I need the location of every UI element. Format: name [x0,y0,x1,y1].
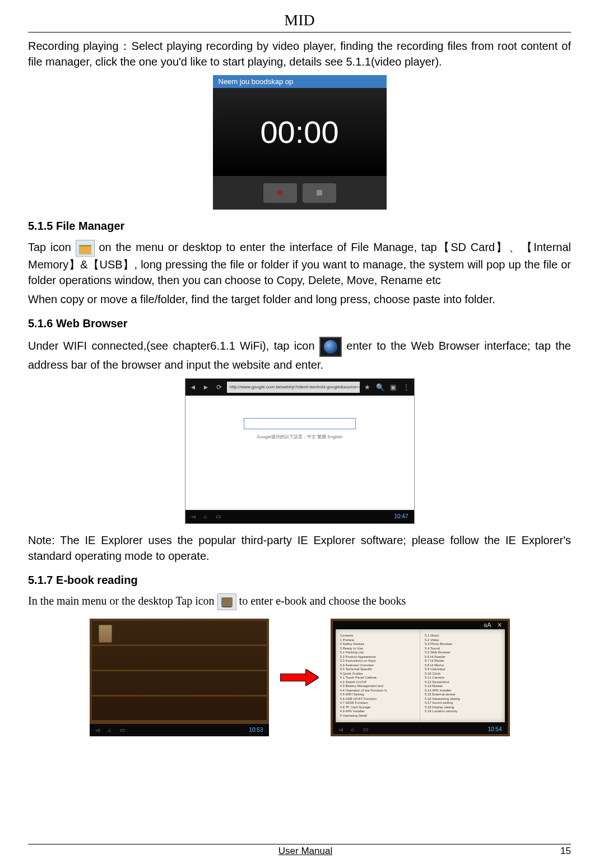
arrow-icon [280,670,319,685]
record-button[interactable] [263,183,297,203]
ebook-pages[interactable]: Contents1 Preface2 Safety Notices3 Ready… [336,629,505,722]
book-icon [217,593,236,610]
menu-icon[interactable]: ⋮ [401,383,411,391]
section-517-body: In the main menu or the desktop Tap icon… [28,593,571,610]
toc-line: 4.3 Battery Management and [340,684,416,688]
text-post-folder-icon: on the menu or desktop to enter the inte… [28,241,571,286]
toc-line: 4.6 USB HOST Function [340,697,416,700]
shelf-row [92,671,267,697]
browser-toolbar: ◄ ► ⟳ http://www.google.com.tw/webhp?cli… [185,379,414,396]
toc-line: 5.15 External device [425,693,500,696]
toc-line: 5.14 APK Installer [425,689,500,692]
toc-line: 5.2 Video [425,638,500,642]
section-516-note: Note: The IE Explorer uses the popular t… [28,532,571,564]
recording-screenshot: Neem jou boodskap op 00:00 [213,75,387,210]
nav-home-icon[interactable]: ⌂ [351,726,355,732]
status-time: 10:47 [394,513,408,519]
page-footer: User Manual 15 [28,844,571,857]
page-header-title: MID [28,11,571,29]
google-search-box[interactable] [244,418,356,429]
toc-line: 5 Operating Detail [340,714,416,717]
section-515-body: Tap icon on the menu or desktop to enter… [28,239,571,288]
status-time: 10:54 [487,726,502,732]
header-rule [28,32,571,33]
stop-button[interactable] [303,183,336,203]
toc-line: 4.8 TF Card Storage [340,705,416,709]
toc-line: 5.6 Hi Reader [425,655,500,658]
toc-line: 4.7 HDMI Function [340,701,416,704]
reload-icon[interactable]: ⟳ [214,383,224,391]
nav-recent-icon[interactable]: ▭ [363,726,368,732]
ebook-header: aA ✕ [333,621,508,630]
section-517-heading: 5.1.7 E-book reading [28,574,571,587]
toc-line: 3.5 Technical Specific [340,667,416,671]
recording-title: Neem jou boodskap op [213,75,387,88]
recording-controls [213,176,387,210]
page-number: 15 [560,846,571,857]
nav-home-icon[interactable]: ⌂ [204,513,207,519]
toc-line: 5.17 Sound setting [425,701,500,704]
ebook-reader-screenshot: aA ✕ Contents1 Preface2 Safety Notices3 … [331,619,510,736]
nav-home-icon[interactable]: ⌂ [108,727,112,733]
toc-line: 3.3 Instructions on Keys [340,659,416,662]
font-size-icon[interactable]: aA [484,621,491,628]
nav-back-icon[interactable]: ◅ [338,726,343,732]
toc-line: 5.11 Camera [425,676,500,679]
toc-line: 1 Preface [340,638,416,642]
recording-time-display: 00:00 [213,88,387,176]
ebook-nav-bar: ◅ ⌂ ▭ 10:54 [333,725,508,734]
text-pre-folder-icon: Tap icon [28,241,76,253]
search-icon[interactable]: 🔍 [375,383,386,391]
close-icon[interactable]: ✕ [497,621,502,629]
toc-line: 4 Quick Guides [340,672,416,675]
folder-icon [76,240,95,257]
back-icon[interactable]: ◄ [188,383,198,391]
nav-recent-icon[interactable]: ▭ [120,727,125,733]
browser-screenshot: ◄ ► ⟳ http://www.google.com.tw/webhp?cli… [185,378,415,524]
toc-line: 4.1 Touch Panel Calibrat. [340,676,416,679]
tabs-icon[interactable]: ▣ [388,383,398,391]
nav-recent-icon[interactable]: ▭ [216,513,221,519]
forward-icon[interactable]: ► [201,383,211,391]
browser-icon [319,337,342,357]
nav-back-icon[interactable]: ◅ [95,727,100,733]
shelf-row [92,621,267,646]
toc-line: 5.10 Clock [425,672,500,675]
text-pre-book-icon: In the main menu or the desktop Tap icon [28,594,217,606]
toc-line: 5.8 Hi Memo [425,663,500,667]
toc-line: 5.12 Screenshot [425,680,500,684]
section-516-heading: 5.1.6 Web Browser [28,317,571,330]
toc-line: 4.9 APK Installer [340,709,416,713]
book-item[interactable] [99,625,112,643]
section-515-heading: 5.1.5 File Manager [28,220,571,233]
bookmark-icon[interactable]: ★ [363,383,373,391]
shelf-row [92,646,267,671]
footer-title: User Manual [50,846,560,857]
toc-line: 3.4 Features Overview [340,663,416,667]
toc-line: 5.5 Web Browser [425,651,500,654]
toc-line: 3 Ready to Use [340,647,416,650]
text-post-book-icon: to enter e-book and choose the books [239,594,406,606]
nav-back-icon[interactable]: ◅ [191,513,196,519]
toc-line: 4.4 Operation of the Function Ic [340,689,416,692]
url-bar[interactable]: http://www.google.com.tw/webhp?client=an… [227,382,360,393]
toc-line: 4.5 WIFI Setting [340,693,416,696]
toc-line: 3.2 Product Appearance [340,655,416,658]
toc-line: 5.7 Hi Recite [425,659,500,662]
toc-line: 4.2 Switch On/Off [340,680,416,684]
intro-paragraph: Recording playing：Select playing recordi… [28,38,571,69]
toc-line: 2 Safety Notices [340,642,416,646]
section-515-line2: When copy or move a file/folder, find th… [28,291,571,307]
ebook-right-page: 5.1 Music5.2 Video5.3 Photo Browser5.4 S… [420,629,505,722]
toc-line: 5.3 Photo Browser [425,642,500,646]
shelf-row [92,697,267,722]
browser-page: Google提供的以下語言：中文 繁體 English [185,396,414,510]
google-caption: Google提供的以下語言：中文 繁體 English [197,434,403,440]
bookshelf [90,619,269,724]
ebook-left-page: Contents1 Preface2 Safety Notices3 Ready… [336,629,421,722]
toc-line: 5.9 Calculator [425,667,500,671]
toc-line: Contents [340,634,416,637]
ebook-shelf-screenshot: ◅ ⌂ ▭ 10:53 [90,619,269,736]
toc-line: 3.1 Packing List [340,651,416,654]
toc-line: 5.19 Location security [425,709,500,713]
